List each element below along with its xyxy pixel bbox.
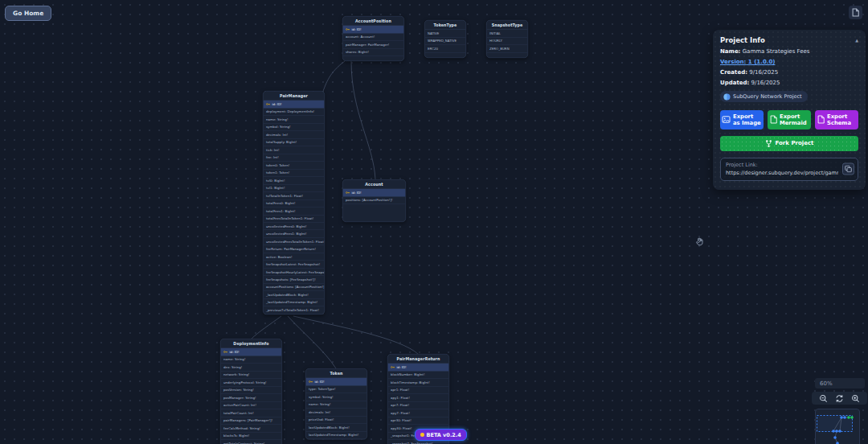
field-row: name: String!	[264, 116, 325, 123]
diagram-canvas[interactable]: AccountPositionid: ID!account: Account!p…	[0, 0, 868, 444]
field-row: active: Boolean!	[264, 253, 325, 261]
project-version-line: Version: 1 (1.0.0)	[720, 59, 858, 65]
field-row: _lastUpdatedTimestamp: BigInt!	[264, 299, 325, 306]
field-row: totalPairCount: Int!	[221, 409, 282, 417]
zoom-out-icon	[819, 394, 828, 403]
field-row: dex: String!	[221, 364, 282, 371]
schema-doc-icon	[817, 115, 825, 124]
collapse-panel-icon[interactable]: ▲	[855, 38, 858, 43]
entity-tokentype[interactable]: TokenTypeNATIVEWRAPPED_NATIVEERC20	[424, 20, 466, 58]
field-row: uncollectedFees0: BigInt!	[264, 223, 325, 230]
field-row: symbol: String!	[264, 123, 325, 130]
field-row: priceUsd: Float!	[306, 416, 367, 423]
zoom-level-label: 60%	[815, 378, 865, 388]
field-row: uncollectedFees1: BigInt!	[264, 230, 325, 237]
export-image-label: Export as Image	[733, 113, 762, 126]
key-icon	[346, 191, 350, 194]
updated-label: Updated:	[720, 80, 749, 86]
field-row: _lastUpdatedBlock: BigInt!	[264, 291, 325, 298]
field-row: blockTimestamp: BigInt!	[388, 379, 449, 386]
name-label: Name:	[720, 48, 740, 55]
entity-deploymentinfo[interactable]: DeploymentInfoid: ID!name: String!dex: S…	[220, 339, 282, 444]
grab-hand-cursor	[694, 236, 705, 247]
key-icon	[309, 380, 313, 383]
entity-pairmanager[interactable]: PairManagerid: ID!deployment: Deployment…	[263, 91, 325, 314]
key-icon	[346, 27, 350, 31]
panel-title: Project Info	[720, 36, 765, 44]
field-row: positions: [AccountPosition!]!	[343, 196, 406, 204]
zoom-out-button[interactable]	[819, 394, 828, 403]
field-row: symbol: String!	[306, 393, 367, 401]
field-row: feeReturn: PairManagerReturn!	[264, 245, 325, 253]
zoom-toolbar	[812, 392, 867, 405]
document-icon	[852, 8, 859, 17]
export-mermaid-button[interactable]: Export Mermaid	[768, 110, 811, 130]
key-field-row: id: ID!	[343, 26, 404, 33]
reset-view-button[interactable]	[835, 394, 844, 403]
export-mermaid-label: Export Mermaid	[780, 113, 809, 126]
edge	[293, 316, 418, 354]
field-row: totalFees0: BigInt!	[264, 199, 325, 207]
field-row: decimals: Int!	[306, 409, 367, 416]
fork-project-button[interactable]: Fork Project	[720, 136, 858, 151]
project-info-panel: Project Info ▲ Name: Gamma Strategies Fe…	[713, 30, 866, 190]
zoom-in-icon	[851, 394, 860, 403]
field-row: network: String!	[221, 371, 282, 378]
zoom-in-button[interactable]	[851, 394, 860, 403]
key-field-row: id: ID!	[264, 101, 325, 108]
key-field-row: id: ID!	[306, 378, 367, 385]
beta-version-label: BETA v0.2.4	[427, 432, 461, 438]
field-row: totalSupply: BigInt!	[264, 138, 325, 146]
field-row: shares: BigInt!	[343, 48, 404, 56]
field-row: lastUpdatedTimestamp: BigInt!	[306, 431, 367, 438]
field-row: INITIAL	[487, 30, 528, 37]
key-field-text: id: ID!	[272, 102, 282, 106]
entity-title: PairManagerReturn	[388, 355, 449, 364]
field-row: pairManagers: [PairManager!]!	[221, 417, 282, 424]
key-icon	[391, 365, 395, 368]
beta-dot-icon	[420, 433, 424, 437]
field-row: type: TokenType!	[306, 385, 367, 393]
field-row: feeSnapshotLatest: FeeSnapshot!	[264, 261, 325, 268]
entity-snapshottype[interactable]: SnapshotTypeINITIALHOURLYZERO_BURN	[486, 20, 528, 58]
copy-link-button[interactable]	[842, 163, 854, 175]
network-project-badge: SubQuery Network Project	[720, 91, 808, 102]
entity-account[interactable]: Accountid: ID!positions: [AccountPositio…	[342, 179, 406, 222]
field-row: tvlTotalInToken1: Float!	[264, 192, 325, 199]
entity-accountposition[interactable]: AccountPositionid: ID!account: Account!p…	[342, 16, 404, 61]
field-row: feeSnapshots: [FeeSnapshot!]!	[264, 276, 325, 283]
export-schema-button[interactable]: Export Schema	[815, 110, 858, 130]
field-row: accountPositions: [AccountPosition!]!	[264, 284, 325, 291]
field-row: apr7: Float!	[388, 401, 449, 409]
field-row: ERC20	[425, 45, 466, 52]
go-home-button[interactable]: Go Home	[5, 6, 51, 21]
field-row: HOURLY	[487, 37, 528, 44]
schema-doc-button[interactable]	[849, 6, 862, 19]
created-label: Created:	[720, 69, 747, 76]
updated-value: 9/16/2025	[751, 80, 780, 86]
field-row: account: Account!	[343, 33, 404, 40]
key-field-text: id: ID!	[315, 380, 325, 384]
field-row: _previousTvlTotalInToken1: Float!	[264, 306, 325, 314]
refresh-icon	[835, 394, 844, 403]
edge	[288, 316, 336, 368]
entity-title: Account	[343, 180, 406, 190]
key-icon	[223, 350, 228, 353]
field-row: tick: Int!	[264, 146, 325, 154]
project-link-box: Project Link: https://designer.subquery.…	[720, 158, 858, 181]
field-row: posManager: String!	[221, 394, 282, 401]
field-row: apr30: Float!	[388, 417, 449, 424]
field-row: pairManager: PairManager!	[343, 41, 404, 48]
edge	[351, 61, 375, 179]
edge	[322, 61, 345, 93]
export-image-button[interactable]: Export as Image	[720, 110, 764, 130]
key-field-text: id: ID!	[230, 350, 240, 354]
field-row: tvl1: BigInt!	[264, 184, 325, 191]
version-link[interactable]: Version: 1 (1.0.0)	[720, 59, 775, 65]
field-row: blockNumber: BigInt!	[388, 371, 449, 378]
field-row: name: String!	[306, 401, 367, 408]
minimap[interactable]	[815, 409, 860, 444]
field-row: uncollectedFeesTotalInToken1: Float!	[264, 238, 325, 245]
entity-token[interactable]: Tokenid: ID!type: TokenType!symbol: Stri…	[305, 368, 367, 439]
beta-version-badge: BETA v0.2.4	[415, 429, 467, 441]
